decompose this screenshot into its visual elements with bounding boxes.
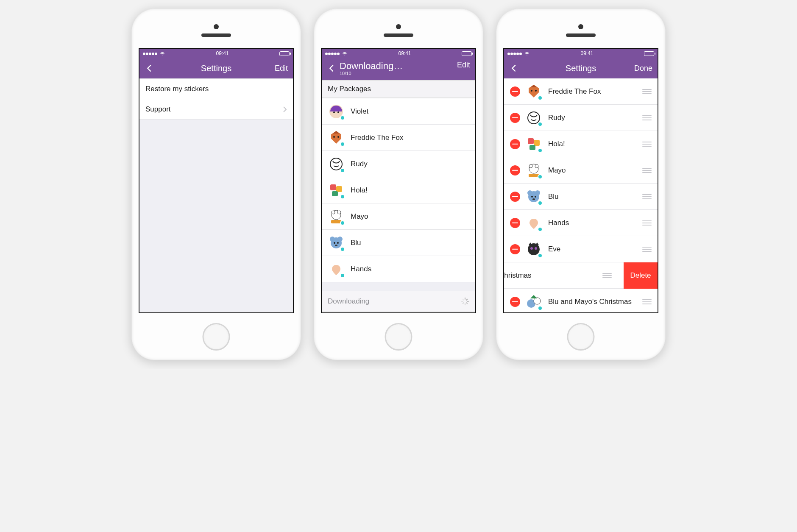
status-bar: 09:41 (139, 49, 293, 58)
screen-1: 09:41 Settings Edit Restore my stickers … (139, 48, 294, 313)
sticker-thumb-icon (328, 208, 345, 225)
wifi-icon (159, 50, 165, 56)
row-restore-stickers[interactable]: Restore my stickers (139, 79, 293, 99)
sticker-thumb-icon (525, 241, 542, 258)
row-support[interactable]: Support (139, 99, 293, 120)
package-row[interactable]: Blu and Mayo's Christmas (504, 289, 658, 312)
section-header-my-packages: My Packages (322, 80, 475, 98)
phone-mockup-3: 09:41 Settings Done Freddie The FoxRudyH… (496, 8, 666, 360)
package-row[interactable]: Mayo (504, 157, 658, 184)
svg-point-40 (531, 196, 533, 198)
sticker-thumb-icon (525, 109, 542, 126)
back-button[interactable] (327, 64, 336, 73)
package-row[interactable]: Eve (504, 236, 658, 262)
svg-rect-32 (529, 145, 535, 150)
reorder-handle-icon[interactable] (642, 115, 652, 120)
nav-title: Downloading… (340, 61, 403, 72)
sticker-thumb-icon (328, 129, 345, 146)
package-row[interactable]: Blu (504, 184, 658, 210)
package-row[interactable]: Violet (322, 98, 475, 125)
svg-point-14 (330, 237, 335, 242)
package-row[interactable]: Hola! (322, 177, 475, 203)
nav-bar: Downloading… 10/10 Edit (322, 58, 475, 80)
reorder-handle-icon[interactable] (642, 194, 652, 199)
package-row[interactable]: Hands (504, 210, 658, 236)
home-button[interactable] (385, 323, 412, 351)
reorder-handle-icon[interactable] (642, 299, 652, 304)
done-button[interactable]: Done (634, 64, 652, 73)
delete-minus-button[interactable] (510, 113, 520, 123)
package-name: Rudy (351, 160, 368, 168)
chevron-right-icon (283, 106, 287, 113)
package-row[interactable]: Freddie The Fox (504, 78, 658, 105)
package-name: Hands (548, 219, 569, 227)
edit-button[interactable]: Edit (457, 61, 470, 70)
home-button[interactable] (567, 323, 595, 351)
back-button[interactable] (509, 64, 518, 73)
nav-subtitle: 10/10 (340, 71, 351, 76)
package-row[interactable]: Hands (322, 256, 475, 282)
delete-minus-button[interactable] (510, 165, 520, 175)
package-name: Blu (548, 192, 559, 201)
reorder-handle-icon[interactable] (642, 247, 652, 252)
package-name: Violet (351, 107, 368, 116)
svg-point-1 (333, 111, 335, 113)
package-name: Hands (351, 265, 371, 273)
svg-point-43 (528, 243, 540, 255)
reorder-handle-icon[interactable] (642, 142, 652, 147)
screen-3: 09:41 Settings Done Freddie The FoxRudyH… (503, 48, 658, 313)
delete-minus-button[interactable] (510, 297, 520, 307)
svg-rect-8 (332, 191, 338, 196)
delete-minus-button[interactable] (510, 218, 520, 228)
nav-bar: Settings Done (504, 58, 658, 78)
svg-rect-6 (330, 184, 336, 190)
row-downloading: Downloading (322, 291, 475, 312)
package-row[interactable]: Blu (322, 230, 475, 256)
svg-point-17 (337, 242, 339, 244)
svg-point-44 (530, 247, 533, 250)
row-support[interactable]: Support (322, 312, 475, 312)
reorder-handle-icon[interactable] (602, 273, 612, 278)
sticker-thumb-icon (525, 188, 542, 205)
delete-minus-button[interactable] (510, 86, 520, 97)
status-time: 09:41 (580, 50, 593, 56)
package-row[interactable]: Rudy (322, 151, 475, 177)
sticker-thumb-icon (525, 293, 542, 310)
package-name: Christmas (504, 271, 532, 280)
delete-minus-button[interactable] (510, 192, 520, 202)
battery-icon (462, 51, 472, 56)
row-label: Downloading (328, 297, 369, 306)
svg-line-26 (463, 299, 464, 300)
back-button[interactable] (145, 64, 154, 73)
reorder-handle-icon[interactable] (642, 89, 652, 94)
delete-minus-button[interactable] (510, 139, 520, 149)
home-button[interactable] (203, 323, 230, 351)
edit-button[interactable]: Edit (275, 64, 288, 73)
nav-bar: Settings Edit (139, 58, 293, 78)
reorder-handle-icon[interactable] (642, 168, 652, 173)
delete-button[interactable]: Delete (624, 262, 658, 289)
package-row[interactable]: Rudy (504, 105, 658, 131)
spinner-icon (461, 297, 469, 306)
sticker-thumb-icon (328, 103, 345, 120)
package-name: Mayo (351, 212, 368, 221)
svg-line-22 (466, 302, 467, 303)
package-name: Rudy (548, 114, 565, 122)
sticker-thumb-icon (328, 182, 345, 199)
row-label: Restore my stickers (145, 85, 209, 93)
package-row[interactable]: Freddie The Fox (322, 125, 475, 151)
package-name: Blu and Mayo's Christmas (548, 298, 632, 306)
package-row[interactable]: Hola! (504, 131, 658, 157)
package-row[interactable]: Mayo (322, 203, 475, 230)
battery-icon (644, 51, 654, 56)
phone-mockup-2: 09:41 Downloading… 10/10 Edit My Package… (314, 8, 483, 360)
sticker-thumb-icon (328, 261, 345, 278)
svg-point-3 (333, 136, 335, 138)
content-area: Freddie The FoxRudyHola!MayoBluHandsEveC… (504, 78, 658, 312)
delete-minus-button[interactable] (510, 244, 520, 254)
nav-title: Settings (201, 64, 231, 73)
reorder-handle-icon[interactable] (642, 220, 652, 226)
sticker-thumb-icon (525, 214, 542, 231)
svg-rect-30 (528, 138, 534, 144)
svg-point-35 (535, 164, 538, 168)
